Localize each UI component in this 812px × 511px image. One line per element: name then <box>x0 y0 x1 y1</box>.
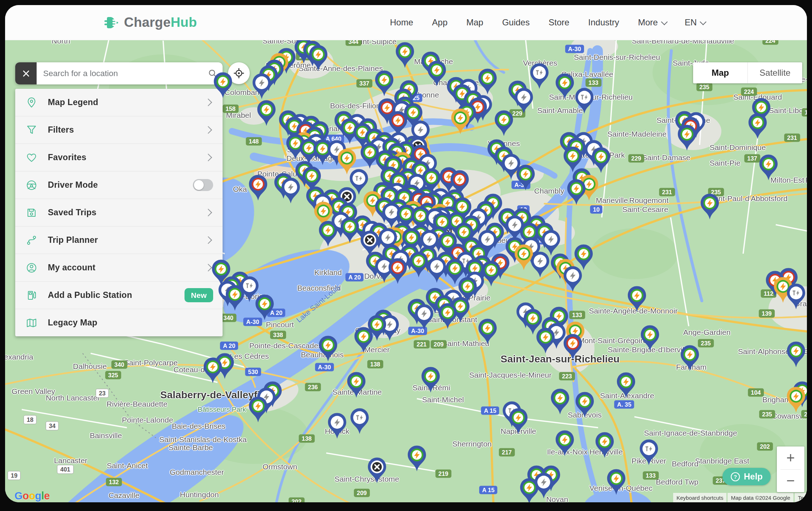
sidebar-item-filters[interactable]: Filters <box>15 116 223 144</box>
station-pin-g[interactable] <box>606 469 627 495</box>
station-pin-g[interactable] <box>374 70 395 97</box>
map-type-satellite-button[interactable]: Satellite <box>747 62 802 83</box>
station-pin-g[interactable] <box>254 294 275 321</box>
station-pin-g[interactable] <box>699 193 720 220</box>
station-pin-g[interactable] <box>594 432 615 458</box>
station-pin-x[interactable] <box>366 457 388 484</box>
station-pin-t[interactable] <box>786 283 807 310</box>
station-pin-g[interactable] <box>676 124 697 151</box>
station-pin-g[interactable] <box>308 45 329 71</box>
station-pin-g[interactable] <box>318 335 339 362</box>
station-pin-g[interactable] <box>426 60 447 87</box>
station-pin-g[interactable] <box>616 372 637 399</box>
nav-item-app[interactable]: App <box>432 17 448 28</box>
nav-item-en[interactable]: EN <box>685 17 705 28</box>
station-pin-g[interactable] <box>477 318 498 345</box>
route-shield: 133 <box>569 311 585 319</box>
terms-link[interactable]: Te <box>795 493 807 502</box>
station-pin-g[interactable] <box>535 327 556 354</box>
station-pin-g[interactable] <box>406 445 427 472</box>
zoom-out-button[interactable]: − <box>777 470 804 493</box>
zoom-in-button[interactable]: + <box>777 446 804 469</box>
station-pin-g[interactable] <box>515 164 536 191</box>
sidebar-item-legacy-map[interactable]: Legacy Map <box>15 309 223 336</box>
chevron-right-icon <box>206 127 213 133</box>
station-pin-g[interactable] <box>248 396 269 423</box>
sidebar-item-map-legend[interactable]: Map Legend <box>15 89 223 116</box>
nav-item-industry[interactable]: Industry <box>588 17 619 28</box>
sidebar-item-my-account[interactable]: My account <box>15 254 223 282</box>
close-panel-button[interactable] <box>15 62 37 84</box>
station-pin-g[interactable] <box>786 341 807 368</box>
sidebar-item-trip-planner[interactable]: Trip Planner <box>15 227 223 254</box>
sidebar-item-driver-mode[interactable]: Driver Mode <box>15 171 223 199</box>
station-pin-t[interactable] <box>638 439 659 466</box>
station-pin-g[interactable] <box>574 391 595 418</box>
map-label-town: Saint-Pie <box>709 159 740 167</box>
station-pin-k[interactable] <box>280 177 301 204</box>
map-canvas[interactable]: NorthSainte-SophieSaint-SulpiceSaint-Ber… <box>5 40 807 502</box>
station-pin-r[interactable] <box>248 174 269 201</box>
nav-item-label: EN <box>685 17 697 28</box>
station-pin-t[interactable] <box>574 87 595 114</box>
station-pin-g[interactable] <box>554 430 575 457</box>
station-pin-g[interactable] <box>212 72 233 99</box>
nav-item-more[interactable]: More <box>638 17 666 28</box>
sidebar-item-label: Map Legend <box>48 97 98 107</box>
station-pin-r[interactable] <box>387 258 408 284</box>
station-pin-g[interactable] <box>554 73 575 100</box>
station-pin-g[interactable] <box>318 220 339 247</box>
station-pin-g[interactable] <box>679 345 700 371</box>
station-pin-g[interactable] <box>508 408 529 435</box>
route-shield: 133 <box>643 471 659 480</box>
plug-icon <box>104 14 120 31</box>
station-pin-g[interactable] <box>202 357 223 384</box>
station-pin-g[interactable] <box>346 371 367 398</box>
station-pin-y[interactable] <box>786 386 807 413</box>
help-icon: ? <box>730 472 740 482</box>
station-pin-g[interactable] <box>256 100 277 126</box>
station-pin-g[interactable] <box>339 217 360 244</box>
station-pin-k[interactable] <box>251 73 272 100</box>
station-pin-k[interactable] <box>414 304 435 331</box>
station-pin-t[interactable] <box>349 408 370 435</box>
keyboard-shortcuts-link[interactable]: Keyboard shortcuts <box>673 493 726 502</box>
station-pin-k[interactable] <box>530 251 551 278</box>
station-pin-g[interactable] <box>224 284 245 311</box>
google-logo[interactable]: Google <box>14 490 50 502</box>
station-pin-g[interactable] <box>758 154 779 181</box>
station-pin-g[interactable] <box>420 366 441 393</box>
station-pin-g[interactable] <box>566 179 587 205</box>
route-shield: 209 <box>354 489 370 497</box>
station-pin-t[interactable] <box>529 63 550 90</box>
station-pin-g[interactable] <box>626 286 647 312</box>
station-pin-k[interactable] <box>513 87 534 114</box>
station-pin-g[interactable] <box>591 147 612 174</box>
station-pin-r[interactable] <box>562 333 583 360</box>
sidebar-item-saved-trips[interactable]: Saved Trips <box>15 199 223 227</box>
station-pin-g[interactable] <box>353 327 374 353</box>
nav-item-store[interactable]: Store <box>548 17 569 28</box>
station-pin-y[interactable] <box>450 108 471 135</box>
station-pin-k[interactable] <box>562 266 583 292</box>
menu-panel: Map LegendFiltersFavoritesDriver ModeSav… <box>15 89 223 336</box>
station-pin-g[interactable] <box>747 113 768 140</box>
station-pin-g[interactable] <box>639 325 660 352</box>
station-pin-k[interactable] <box>327 412 348 439</box>
sidebar-item-favorites[interactable]: Favorites <box>15 144 223 171</box>
nav-item-guides[interactable]: Guides <box>502 17 530 28</box>
station-pin-g[interactable] <box>550 388 571 415</box>
sidebar-item-add-a-public-station[interactable]: Add a Public StationNew <box>15 282 223 309</box>
station-pin-g[interactable] <box>493 110 514 137</box>
chargehub-logo[interactable]: ChargeHub <box>104 14 197 31</box>
search-input[interactable] <box>37 62 202 84</box>
station-pin-g[interactable] <box>394 42 415 68</box>
station-pin-g[interactable] <box>519 478 540 502</box>
driver-mode-toggle[interactable] <box>193 179 213 191</box>
station-pin-g[interactable] <box>437 303 458 329</box>
nav-item-map[interactable]: Map <box>466 17 483 28</box>
help-button[interactable]: ? Help <box>722 468 771 485</box>
map-type-map-button[interactable]: Map <box>693 62 747 83</box>
nav-item-home[interactable]: Home <box>390 17 413 28</box>
main-nav: HomeAppMapGuidesStoreIndustryMoreEN <box>390 17 705 28</box>
